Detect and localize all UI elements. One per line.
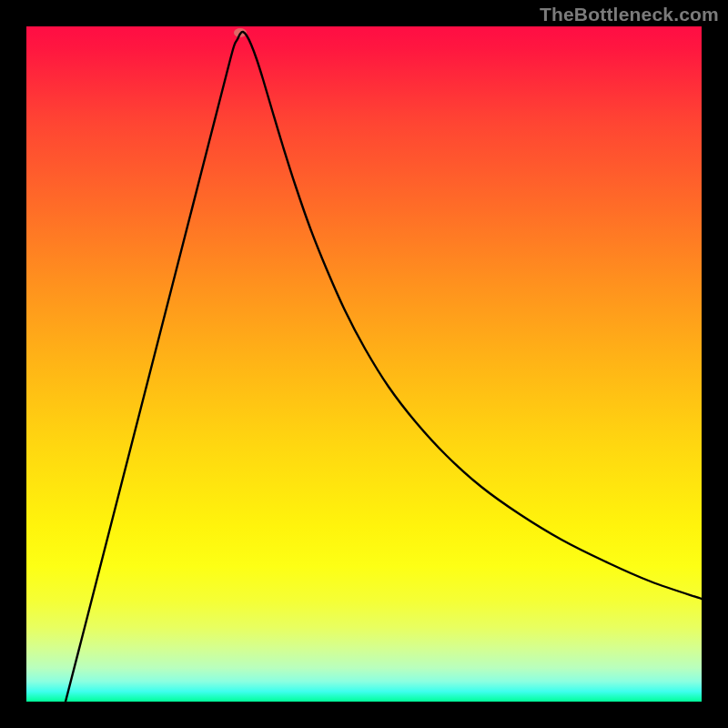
- watermark-text: TheBottleneck.com: [540, 4, 719, 25]
- chart-frame: TheBottleneck.com: [0, 0, 728, 728]
- plot-background: [26, 26, 702, 702]
